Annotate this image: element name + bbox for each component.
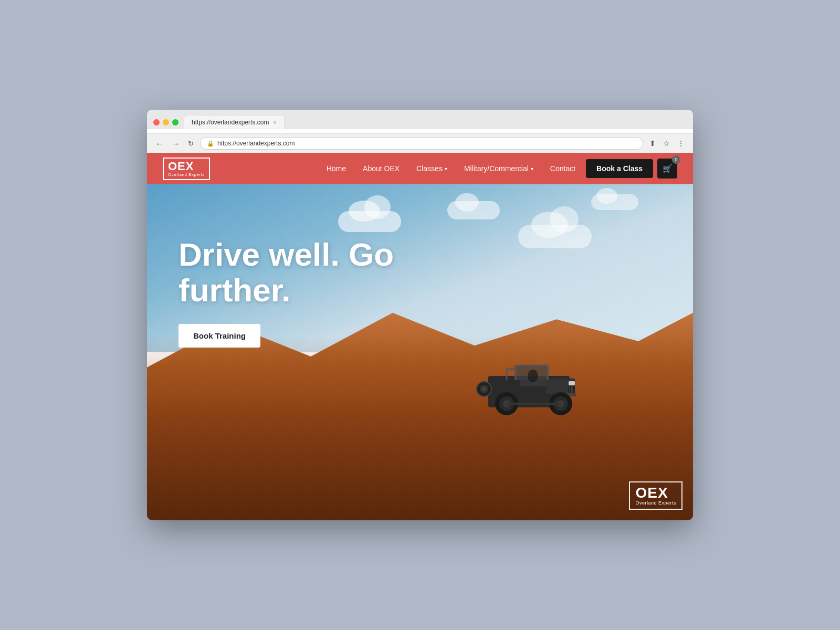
title-bar: https://overlandexperts.com × — [153, 115, 687, 129]
browser-chrome: https://overlandexperts.com × — [147, 110, 693, 129]
nav-links: Home About OEX Classes ▾ Military/Commer… — [327, 164, 575, 173]
hero-content: Drive well. Go further. Book Training — [178, 237, 394, 348]
cart-button[interactable]: 🛒 0 — [657, 159, 677, 178]
tab-close-icon[interactable]: × — [273, 119, 276, 125]
nav-military-commercial[interactable]: Military/Commercial ▾ — [464, 164, 533, 173]
svg-rect-8 — [569, 381, 575, 385]
browser-window: https://overlandexperts.com × ← → ↻ 🔒 ht… — [147, 110, 693, 520]
maximize-button[interactable] — [172, 119, 178, 125]
nav-about[interactable]: About OEX — [363, 164, 400, 173]
cart-icon: 🛒 — [663, 164, 673, 173]
cloud-2 — [447, 201, 500, 219]
cart-badge: 0 — [672, 155, 680, 164]
cloud-3 — [518, 225, 592, 248]
book-class-button[interactable]: Book a Class — [586, 159, 653, 178]
cloud-4 — [591, 194, 638, 210]
classes-chevron-icon: ▾ — [445, 166, 447, 172]
logo-oex-text: OEX — [168, 161, 205, 172]
watermark-sub-text: Overland Experts — [635, 500, 676, 506]
nav-home[interactable]: Home — [327, 164, 346, 173]
nav-classes[interactable]: Classes ▾ — [416, 164, 447, 173]
svg-point-17 — [482, 387, 486, 391]
tab-title: https://overlandexperts.com — [192, 119, 269, 126]
site-nav: OEX Overland Experts Home About OEX Clas… — [147, 153, 693, 184]
lock-icon: 🔒 — [207, 140, 214, 147]
military-chevron-icon: ▾ — [531, 166, 533, 172]
website-content: OEX Overland Experts Home About OEX Clas… — [147, 153, 693, 520]
site-logo[interactable]: OEX Overland Experts — [163, 158, 210, 180]
traffic-lights — [153, 119, 178, 125]
reload-button[interactable]: ↻ — [186, 139, 196, 149]
watermark-logo: OEX Overland Experts — [629, 481, 682, 510]
nav-contact[interactable]: Contact — [550, 164, 575, 173]
hero-headline: Drive well. Go further. — [178, 237, 394, 308]
cloud-1 — [338, 211, 401, 232]
address-bar[interactable]: 🔒 https://overlandexperts.com — [200, 137, 643, 150]
close-button[interactable] — [153, 119, 160, 125]
toolbar-actions: ⬆ ☆ ⋮ — [647, 138, 687, 149]
minimize-button[interactable] — [163, 119, 169, 125]
browser-toolbar: ← → ↻ 🔒 https://overlandexperts.com ⬆ ☆ … — [147, 133, 693, 153]
bookmark-button[interactable]: ☆ — [661, 138, 672, 149]
forward-button[interactable]: → — [170, 138, 182, 149]
svg-point-26 — [528, 370, 538, 382]
browser-tab[interactable]: https://overlandexperts.com × — [184, 115, 285, 129]
terrain-overlay — [147, 335, 693, 520]
logo-sub-text: Overland Experts — [168, 172, 205, 177]
jeep-image — [472, 347, 588, 426]
share-button[interactable]: ⬆ — [647, 138, 658, 149]
hero-section: Drive well. Go further. Book Training OE… — [147, 184, 693, 520]
watermark-oex-text: OEX — [635, 486, 676, 500]
menu-button[interactable]: ⋮ — [675, 138, 687, 149]
url-text: https://overlandexperts.com — [217, 140, 295, 147]
book-training-button[interactable]: Book Training — [178, 324, 260, 348]
back-button[interactable]: ← — [153, 138, 165, 149]
